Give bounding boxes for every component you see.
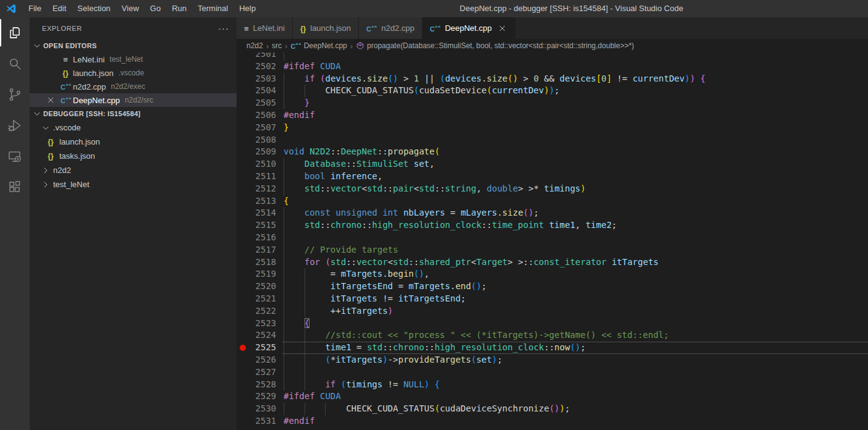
line-number: 2519 [237,268,276,280]
code-text: // Provide targets [284,244,398,256]
code-line[interactable]: 2513{ [237,195,868,208]
line-number: 2509 [237,146,276,158]
line-number: 2515 [237,219,276,232]
ini-file-icon: ≡ [63,55,68,64]
code-line[interactable]: 2523 { [237,318,868,330]
code-line[interactable]: 2503 if (devices.size() > 1 || (devices.… [237,73,868,85]
code-line[interactable]: 2529#ifdef CUDA [237,390,868,403]
tree-item-label: launch.json [59,137,100,146]
code-line[interactable]: 2531#endif [237,415,868,428]
indent-guide [284,53,284,61]
tab-n2d2.cpp[interactable]: C++n2d2.cpp [359,17,423,39]
breadcrumb: n2d2›src›C++DeepNet.cpp›propagate(Databa… [237,39,868,53]
breadcrumb-separator-icon: › [350,41,353,51]
line-number: 2501 [237,53,276,61]
tree-item[interactable]: {}tasks.json [30,149,237,163]
code-line[interactable]: 2520 itTargetsEnd = mTargets.end(); [237,280,868,293]
code-line[interactable]: 2501 [237,53,868,61]
tab-label: LeNet.ini [253,23,285,33]
code-line[interactable]: 2527 [237,366,868,379]
more-actions-icon[interactable]: ··· [218,25,229,32]
activity-run-and-debug-button[interactable] [0,110,30,141]
code-text: itTargetsEnd = mTargets.end(); [284,280,487,293]
tree-item[interactable]: test_leNet [30,177,237,192]
tree-item[interactable]: n2d2 [30,163,237,177]
code-line[interactable]: 2530 CHECK_CUDA_STATUS(cudaDeviceSynchro… [237,403,868,415]
code-line[interactable]: 2521 itTargets != itTargetsEnd; [237,293,868,305]
menu-run[interactable]: Run [166,0,192,17]
code-line[interactable]: 2507} [237,122,868,134]
code-line[interactable]: 2525 time1 = std::chrono::high_resolutio… [237,342,868,354]
code-line[interactable]: 2510 Database::StimuliSet set, [237,158,868,171]
menu-go[interactable]: Go [145,0,166,17]
code-line[interactable]: 2516 [237,232,868,244]
tree-item[interactable]: .vscode [30,120,237,135]
code-line[interactable]: 2528 if (timings != NULL) { [237,379,868,391]
code-line[interactable]: 2502#ifdef CUDA [237,61,868,73]
activity-source-control-button[interactable] [0,79,30,110]
open-editor-item[interactable]: ≡LeNet.initest_leNet [30,53,237,66]
open-editor-item[interactable]: C++DeepNet.cppn2d2/src [30,93,237,107]
menu-terminal[interactable]: Terminal [192,0,234,17]
files-icon [7,25,23,41]
chevron-down-icon [41,123,51,133]
menu-selection[interactable]: Selection [72,0,116,17]
menu-view[interactable]: View [116,0,145,17]
line-number: 2502 [237,61,276,73]
breadcrumb-item[interactable]: propagate(Database::StimuliSet, bool, st… [356,41,634,50]
code-line[interactable]: 2522 ++itTargets) [237,305,868,318]
menu-file[interactable]: File [23,0,47,17]
line-number: 2514 [237,207,276,219]
code-text: Database::StimuliSet set, [284,158,434,171]
tab-launch.json[interactable]: {}launch.json [293,17,359,39]
section-header-open-editors[interactable]: OPEN EDITORS [30,39,237,53]
tree-item-label: .vscode [53,123,81,132]
code-line[interactable]: 2517 // Provide targets [237,244,868,256]
breadcrumb-item[interactable]: C++DeepNet.cpp [290,41,347,50]
code-line[interactable]: 2526 (*itTargets)->provideTargets(set); [237,354,868,366]
tab-DeepNet.cpp[interactable]: C++DeepNet.cpp [423,17,515,39]
code-text: { [284,195,289,208]
code-line[interactable]: 2509void N2D2::DeepNet::propagate( [237,146,868,158]
window-title: DeepNet.cpp - debugger [SSH: is154584] -… [395,0,748,17]
source-control-icon [7,86,23,103]
code-line[interactable]: 2514 const unsigned int nbLayers = mLaye… [237,207,868,219]
code-line[interactable]: 2505 } [237,97,868,109]
code-line[interactable]: 2519 = mTargets.begin(), [237,268,868,280]
code-line[interactable]: 2512 std::vector<std::pair<std::string, … [237,183,868,195]
activity-bar [0,17,30,430]
close-icon[interactable] [46,95,56,105]
line-number: 2528 [237,379,276,391]
cpp-file-icon: C++ [430,25,440,33]
activity-remote-explorer-button[interactable] [0,141,30,172]
menu-edit[interactable]: Edit [47,0,72,17]
indent-guide [284,232,284,244]
code-line[interactable]: 2504 CHECK_CUDA_STATUS(cudaSetDevice(cur… [237,85,868,97]
open-editor-item[interactable]: {}launch.json.vscode [30,66,237,80]
file-path: .vscode [119,69,144,77]
code-text: #endif [284,415,315,428]
code-text: if (devices.size() > 1 || (devices.size(… [284,73,706,85]
section-header-tree[interactable]: DEBUGGER [SSH: IS154584] [30,107,237,120]
code-line[interactable]: 2511 bool inference, [237,171,868,183]
debug-icon [7,117,23,133]
open-editor-item[interactable]: C++n2d2.cppn2d2/exec [30,80,237,93]
tab-LeNet.ini[interactable]: ≡LeNet.ini [237,17,293,39]
line-number: 2521 [237,293,276,305]
activity-extensions-button[interactable] [0,172,30,203]
code-line[interactable]: 2518 for (std::vector<std::shared_ptr<Ta… [237,256,868,269]
breadcrumb-item[interactable]: src [272,41,282,50]
code-text: const unsigned int nbLayers = mLayers.si… [284,207,539,219]
activity-search-button[interactable] [0,48,30,79]
menu-help[interactable]: Help [234,0,261,17]
code-line[interactable]: 2524 //std::cout << "process " << (*itTa… [237,329,868,342]
code-line[interactable]: 2508 [237,134,868,146]
activity-explorer-button[interactable] [0,17,30,48]
close-icon[interactable] [497,23,507,33]
tree-item[interactable]: {}launch.json [30,135,237,149]
code-line[interactable]: 2515 std::chrono::high_resolution_clock:… [237,219,868,232]
ini-file-icon: ≡ [244,24,249,33]
code-editor[interactable]: 25012502#ifdef CUDA2503 if (devices.size… [237,53,868,430]
breadcrumb-item[interactable]: n2d2 [246,41,263,50]
code-line[interactable]: 2506#endif [237,109,868,122]
